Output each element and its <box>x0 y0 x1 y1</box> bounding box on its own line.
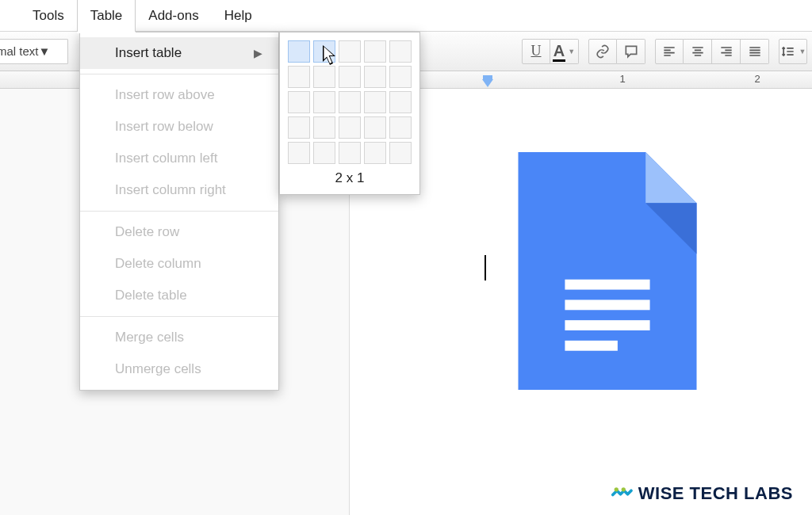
svg-rect-3 <box>565 280 649 290</box>
menu-item-label: Delete table <box>115 288 187 303</box>
menu-item-label: Merge cells <box>115 330 184 345</box>
table-size-cell[interactable] <box>364 91 386 113</box>
menu-addons[interactable]: Add-ons <box>136 0 211 32</box>
text-color-icon: A <box>553 42 565 60</box>
table-size-cell[interactable] <box>288 66 310 88</box>
table-size-cell[interactable] <box>389 142 412 164</box>
menu-item-label: Insert row below <box>115 119 213 135</box>
ruler-number: 2 <box>754 73 760 85</box>
menu-item-delete-column: Delete column <box>80 248 278 280</box>
table-size-label: 2 x 1 <box>288 164 412 189</box>
table-size-cell[interactable] <box>288 116 310 139</box>
align-right-button[interactable] <box>712 39 741 64</box>
table-size-cell[interactable] <box>364 66 386 88</box>
menu-item-label: Insert row above <box>115 87 215 103</box>
align-left-button[interactable] <box>655 39 684 64</box>
menu-item-label: Delete row <box>115 224 179 240</box>
table-size-cell[interactable] <box>313 142 335 164</box>
menu-item-insert-table[interactable]: Insert table▶ <box>80 37 278 69</box>
underline-button[interactable]: U <box>522 39 550 64</box>
chevron-right-icon: ▶ <box>254 47 262 59</box>
table-size-cell[interactable] <box>313 91 335 113</box>
ruler-number: 1 <box>619 73 625 85</box>
table-size-cell[interactable] <box>364 40 386 63</box>
table-size-cell[interactable] <box>313 40 335 63</box>
menu-separator <box>80 316 278 317</box>
menu-item-insert-row-below: Insert row below <box>80 111 278 143</box>
line-spacing-icon <box>780 44 796 59</box>
table-size-cell[interactable] <box>339 142 361 164</box>
align-center-icon <box>690 44 706 59</box>
table-size-cell[interactable] <box>389 40 412 63</box>
watermark-brand-text: WISE TECH LABS <box>638 483 793 504</box>
menu-item-delete-row: Delete row <box>80 216 278 248</box>
table-size-cell[interactable] <box>313 116 335 139</box>
menu-item-delete-table: Delete table <box>80 280 278 311</box>
align-group <box>655 39 769 64</box>
table-size-cell[interactable] <box>288 40 310 63</box>
comment-icon <box>623 44 639 59</box>
table-size-cell[interactable] <box>364 142 386 164</box>
link-group <box>588 39 645 64</box>
table-size-cell[interactable] <box>288 142 310 164</box>
menu-item-label: Insert column left <box>115 151 217 166</box>
paragraph-style-dropdown[interactable]: rmal text ▼ <box>0 39 68 64</box>
table-size-cell[interactable] <box>389 116 412 139</box>
table-size-cell[interactable] <box>389 91 412 113</box>
svg-rect-6 <box>565 341 617 351</box>
menu-item-label: Delete column <box>115 256 201 272</box>
text-color-button[interactable]: A▼ <box>550 39 579 64</box>
table-size-grid[interactable] <box>288 40 412 164</box>
chevron-down-icon: ▼ <box>799 48 806 55</box>
align-center-button[interactable] <box>684 39 712 64</box>
table-dropdown-menu: Insert table▶Insert row aboveInsert row … <box>79 32 279 391</box>
svg-marker-1 <box>645 152 696 203</box>
line-spacing-button[interactable]: ▼ <box>779 39 807 64</box>
menu-help[interactable]: Help <box>212 0 265 32</box>
svg-point-7 <box>614 487 618 491</box>
menu-tools[interactable]: Tools <box>20 0 77 32</box>
underline-icon: U <box>531 43 542 59</box>
table-size-cell[interactable] <box>339 66 361 88</box>
table-size-cell[interactable] <box>364 116 386 139</box>
menu-item-label: Insert column right <box>115 182 226 198</box>
text-cursor <box>485 255 486 280</box>
table-size-cell[interactable] <box>339 91 361 113</box>
menubar: Tools Table Add-ons Help <box>0 0 812 32</box>
text-format-group: U A▼ <box>522 39 579 64</box>
link-icon <box>595 44 611 59</box>
tab-stop-marker[interactable] <box>482 79 493 87</box>
menu-separator <box>80 74 278 74</box>
align-left-icon <box>661 44 677 59</box>
menu-item-unmerge-cells: Unmerge cells <box>80 353 278 385</box>
table-size-cell[interactable] <box>339 116 361 139</box>
align-justify-icon <box>747 44 763 59</box>
align-right-icon <box>718 44 734 59</box>
wise-tech-labs-logo-icon <box>610 482 634 505</box>
watermark-brand: WISE TECH LABS <box>605 480 798 507</box>
insert-link-button[interactable] <box>588 39 617 64</box>
menu-item-label: Insert table <box>115 45 182 61</box>
table-size-cell[interactable] <box>339 40 361 63</box>
paragraph-style-label: rmal text <box>0 44 39 58</box>
insert-table-size-picker: 2 x 1 <box>279 32 420 195</box>
menu-item-label: Unmerge cells <box>115 361 201 377</box>
menu-item-insert-column-left: Insert column left <box>80 143 278 174</box>
menu-item-insert-column-right: Insert column right <box>80 174 278 206</box>
menu-item-merge-cells: Merge cells <box>80 322 278 353</box>
table-size-cell[interactable] <box>389 66 412 88</box>
align-justify-button[interactable] <box>741 39 769 64</box>
chevron-down-icon: ▼ <box>568 48 575 55</box>
menu-table[interactable]: Table <box>77 0 136 32</box>
insert-comment-button[interactable] <box>617 39 645 64</box>
menu-item-insert-row-above: Insert row above <box>80 79 278 111</box>
chevron-down-icon: ▼ <box>39 44 51 58</box>
table-size-cell[interactable] <box>313 66 335 88</box>
google-docs-logo <box>516 152 699 390</box>
line-spacing-group: ▼ <box>779 39 807 64</box>
menu-separator <box>80 211 278 212</box>
table-size-cell[interactable] <box>288 91 310 113</box>
svg-rect-4 <box>565 299 649 310</box>
svg-rect-5 <box>565 320 649 330</box>
svg-point-8 <box>621 487 625 491</box>
